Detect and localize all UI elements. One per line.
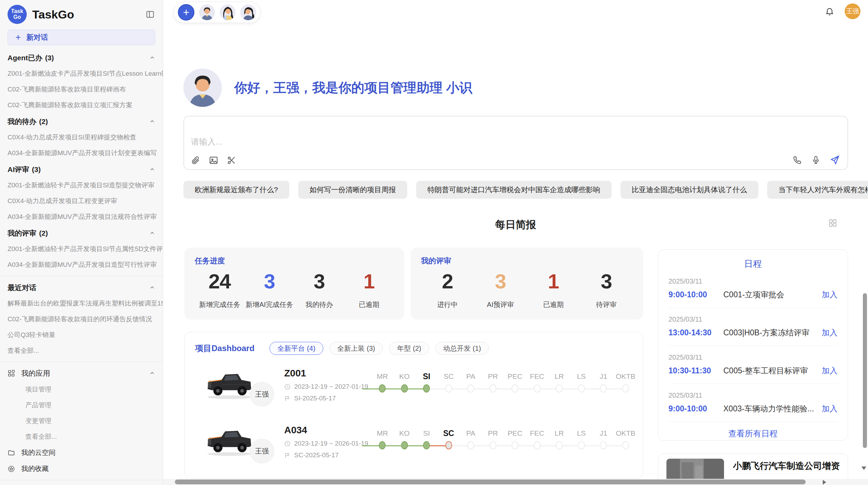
- sidebar-section-my-todos[interactable]: 我的待办 (2): [0, 113, 163, 129]
- scroll-right-arrow-icon[interactable]: [823, 480, 826, 485]
- voice-call-icon[interactable]: [793, 155, 802, 165]
- tab-new-platform[interactable]: 全新平台(4): [269, 342, 323, 355]
- milestone-label: J1: [592, 371, 615, 382]
- star-badge-icon: [8, 465, 15, 473]
- sidebar-item[interactable]: Z001-全新燃油轻卡产品开发项目SI造型提交物评审: [0, 177, 163, 193]
- horizontal-scrollbar[interactable]: [163, 479, 868, 485]
- add-agent-button[interactable]: +: [178, 4, 194, 21]
- recent-chat-item[interactable]: 公司Q3轻卡销量: [0, 327, 163, 343]
- milestone-dot: [600, 441, 607, 449]
- collapse-sidebar-icon[interactable]: [146, 10, 155, 19]
- chevron-up-icon: [149, 166, 155, 173]
- section-title: AI评审: [8, 165, 29, 174]
- schedule-date: 2025/03/11: [668, 277, 837, 285]
- layout-grid-icon[interactable]: [828, 219, 837, 227]
- logo-line1: Task: [11, 9, 23, 14]
- project-dashboard-card: 项目Dashboard 全新平台(4) 全新上装(3) 年型(2) 动总开发(1…: [184, 332, 643, 478]
- app-link-project-mgmt[interactable]: 项目管理: [0, 382, 163, 397]
- scissors-icon[interactable]: [227, 156, 236, 165]
- sidebar-section-agent-done[interactable]: Agent已办 (3): [0, 49, 163, 66]
- notifications-bell-icon[interactable]: [825, 7, 834, 16]
- user-avatar[interactable]: 王强: [845, 3, 860, 19]
- apps-view-all[interactable]: 查看全部...: [0, 429, 163, 445]
- tab-new-body[interactable]: 全新上装(3): [329, 342, 383, 355]
- milestone-label: PR: [482, 427, 504, 439]
- view-all-schedule-link[interactable]: 查看所有日程: [668, 428, 837, 439]
- tab-powertrain[interactable]: 动总开发(1): [435, 342, 489, 355]
- my-apps-label: 我的应用: [21, 369, 50, 378]
- project-row[interactable]: 王强 Z001 2023-12-19 ~ 2027-01-19 SI-2025-…: [195, 366, 632, 412]
- chat-input[interactable]: [191, 136, 774, 151]
- milestone-dot: [490, 384, 496, 393]
- task-progress-card: 任务进度 24新增完成任务 3新增AI完成任务 3我的待办 1已逾期: [184, 248, 404, 320]
- project-thumbnail: [204, 476, 255, 478]
- section-count: (3): [45, 54, 54, 62]
- milestone-dot: [556, 384, 563, 393]
- join-link[interactable]: 加入: [822, 289, 837, 300]
- sidebar-item[interactable]: Z001-全新燃油轻卡产品开发项目SI节点属性5D文件评审: [0, 241, 163, 257]
- sidebar-item-favorites[interactable]: 我的收藏: [0, 461, 163, 477]
- sidebar-item-ai-employees[interactable]: AI超级员工: [0, 483, 163, 485]
- join-link[interactable]: 加入: [822, 403, 837, 414]
- sidebar-item[interactable]: A034-全新新能源MUV产品开发项目造型可行性评审: [0, 257, 163, 273]
- sidebar-section-recent-chats[interactable]: 最近对话: [0, 279, 163, 296]
- sidebar-item[interactable]: C02-飞腾新能源轻客改款项目立项汇报方案: [0, 97, 163, 113]
- new-chat-button[interactable]: 新对话: [8, 29, 155, 45]
- schedule-event-title: C001-立项审批会: [723, 289, 818, 300]
- milestone-oktb: OKTB: [615, 371, 637, 393]
- suggestion-chip[interactable]: 当下年轻人对汽车外观有怎样的喜好趋势: [767, 181, 868, 199]
- section-title: 我的待办: [8, 117, 36, 126]
- sidebar-item[interactable]: Z001-全新燃油皮卡产品开发项目SI节点Lesson Learn报告: [0, 66, 163, 82]
- milestone-label: PA: [460, 371, 482, 382]
- suggestion-chip[interactable]: 特朗普可能对进口汽车增税会对中国车企造成哪些影响: [416, 181, 612, 199]
- scroll-down-arrow-icon[interactable]: [861, 467, 866, 470]
- milestone-label: FEC: [526, 427, 548, 439]
- sidebar-item[interactable]: A034-全新新能源MUV产品开发项目计划变更表编写: [0, 145, 163, 161]
- stat: 3待评审: [580, 270, 633, 309]
- vertical-scrollbar-thumb[interactable]: [863, 293, 867, 448]
- suggestion-chip[interactable]: 如何写一份清晰的项目周报: [298, 181, 407, 199]
- microphone-icon[interactable]: [811, 155, 821, 165]
- divider: [0, 480, 163, 480]
- chevron-up-icon: [149, 55, 155, 61]
- insert-image-icon[interactable]: [209, 156, 218, 165]
- join-link[interactable]: 加入: [822, 327, 837, 338]
- join-link[interactable]: 加入: [822, 365, 837, 376]
- recent-chat-item[interactable]: C02-飞腾新能源轻客改款项目的闭环通告反馈情况: [0, 311, 163, 327]
- sidebar-item[interactable]: C0X4-动力总成开发项目工程变更评审: [0, 193, 163, 209]
- sidebar-section-ai-review[interactable]: AI评审 (3): [0, 161, 163, 177]
- suggestion-chip[interactable]: 欧洲新规最近颁布了什么?: [183, 181, 289, 199]
- horizontal-scrollbar-thumb[interactable]: [175, 480, 806, 484]
- suggestion-chip[interactable]: 比亚迪全固态电池计划具体说了什么: [620, 181, 758, 199]
- schedule-item: 2025/03/11 9:00-10:00 C001-立项审批会 加入: [668, 270, 837, 308]
- milestone-dot: [534, 384, 541, 393]
- recent-chats-view-all[interactable]: 查看全部...: [0, 343, 163, 359]
- project-row[interactable]: [195, 476, 632, 478]
- stat: 2进行中: [421, 270, 474, 309]
- project-dates: 2023-12-19 ~ 2026-01-19: [294, 440, 368, 447]
- agent-avatar[interactable]: [199, 4, 215, 20]
- stat: 1已逾期: [527, 270, 580, 309]
- agent-avatar[interactable]: [240, 4, 256, 20]
- sidebar-item[interactable]: C0X4-动力总成开发项目SI里程碑提交物检查: [0, 129, 163, 145]
- tab-model-year[interactable]: 年型(2): [389, 342, 429, 355]
- send-icon[interactable]: [830, 155, 840, 165]
- app-link-change-mgmt[interactable]: 变更管理: [0, 413, 163, 429]
- sidebar-item[interactable]: C02-飞腾新能源轻客改款项目里程碑画布: [0, 82, 163, 97]
- attachment-paperclip-icon[interactable]: [191, 156, 201, 165]
- sidebar-section-my-reviews[interactable]: 我的评审 (2): [0, 225, 163, 241]
- project-row[interactable]: 王强 A034 2023-12-19 ~ 2026-01-19 SC-2025-…: [195, 423, 632, 469]
- milestone-label: FEC: [526, 371, 548, 382]
- sidebar-item[interactable]: A034-全新新能源MUV产品开发项目法规符合性评审: [0, 209, 163, 225]
- favorites-label: 我的收藏: [21, 464, 49, 473]
- app-link-product-mgmt[interactable]: 产品管理: [0, 397, 163, 413]
- milestone-label: OKTB: [615, 427, 637, 439]
- milestone-label: KO: [394, 371, 416, 382]
- sidebar-item-my-apps[interactable]: 我的应用: [0, 365, 163, 382]
- milestone-label: LS: [570, 427, 593, 439]
- chevron-up-icon: [149, 370, 155, 376]
- agent-avatar[interactable]: [220, 4, 236, 20]
- recent-chat-item[interactable]: 解释最新出台的欧盟报废车法规再生塑料比例被调至15%...: [0, 296, 163, 311]
- milestone-label: PA: [460, 427, 482, 439]
- sidebar-item-cloud-space[interactable]: 我的云空间: [0, 445, 163, 461]
